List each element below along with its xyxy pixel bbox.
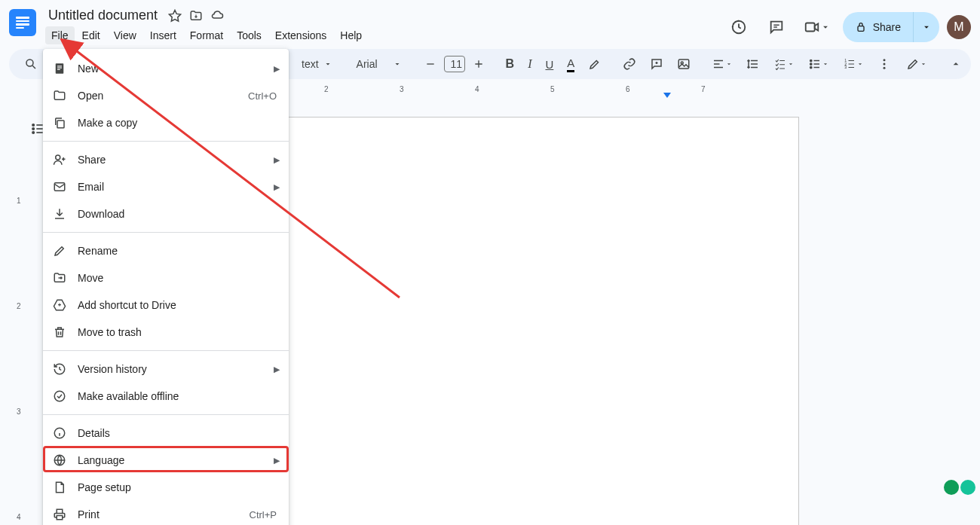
svg-point-25 [54, 391, 65, 401]
hide-menus-button[interactable] [942, 53, 969, 75]
history-icon [52, 362, 67, 377]
last-edit-icon[interactable] [724, 12, 754, 42]
menu-item-label: Version history [78, 363, 263, 375]
align-button[interactable] [706, 53, 739, 75]
highlight-button[interactable] [582, 53, 608, 75]
shortcut-label: Ctrl+O [248, 90, 277, 102]
bulleted-list-button[interactable] [802, 53, 835, 75]
line-spacing-button[interactable] [740, 53, 766, 75]
submenu-arrow-icon: ▶ [274, 365, 280, 374]
menu-item-download[interactable]: Download [43, 200, 289, 227]
meet-button[interactable] [799, 19, 835, 35]
menu-item-label: Print [78, 508, 239, 520]
menu-item-version-history[interactable]: Version history ▶ [43, 356, 289, 383]
svg-point-16 [32, 128, 35, 130]
menu-item-make-available-offline[interactable]: Make available offline [43, 383, 289, 410]
menu-item-open[interactable]: Open Ctrl+O [43, 82, 289, 109]
menu-item-label: Page setup [78, 481, 280, 493]
font-selector[interactable]: Arial [349, 53, 409, 75]
underline-button[interactable]: U [539, 53, 559, 75]
person-add-icon [52, 152, 67, 167]
menu-format[interactable]: Format [184, 26, 229, 44]
file-dropdown-menu: New ▶ Open Ctrl+O Make a copy Share ▶ Em… [43, 49, 289, 525]
menu-item-label: Download [78, 208, 280, 220]
menu-item-language[interactable]: Language ▶ [43, 447, 289, 474]
print-icon [52, 507, 67, 522]
document-title[interactable]: Untitled document [45, 6, 161, 25]
menu-insert[interactable]: Insert [144, 26, 182, 44]
svg-point-7 [810, 63, 812, 65]
menu-item-label: Move [78, 272, 280, 284]
svg-point-23 [56, 155, 60, 160]
tab-marker[interactable] [663, 93, 671, 98]
share-button-main[interactable]: Share [843, 12, 914, 42]
star-icon[interactable] [168, 9, 182, 23]
menu-item-rename[interactable]: Rename [43, 237, 289, 264]
bold-button[interactable]: B [500, 53, 521, 75]
menu-item-label: Details [78, 427, 280, 439]
add-comment-button[interactable] [644, 53, 669, 75]
styles-label: text [302, 58, 319, 70]
svg-point-12 [884, 59, 886, 61]
menu-tools[interactable]: Tools [231, 26, 268, 44]
styles-selector[interactable]: text [294, 53, 340, 75]
folder-icon [52, 88, 67, 103]
checklist-button[interactable] [767, 53, 801, 75]
drive-add-icon [52, 298, 67, 313]
menu-extensions[interactable]: Extensions [269, 26, 332, 44]
svg-rect-4 [679, 60, 690, 69]
menu-item-move[interactable]: Move [43, 264, 289, 291]
menu-item-move-to-trash[interactable]: Move to trash [43, 319, 289, 346]
account-avatar[interactable]: M [947, 15, 971, 39]
menu-item-label: New [78, 63, 263, 75]
cloud-status-icon[interactable] [210, 9, 224, 23]
menu-item-page-setup[interactable]: Page setup [43, 474, 289, 501]
increase-font-size[interactable] [467, 53, 491, 75]
ext-icon-2[interactable] [960, 480, 975, 495]
menu-divider [43, 350, 289, 351]
menu-file[interactable]: File [45, 26, 75, 44]
share-button: Share [843, 12, 939, 42]
menu-item-add-shortcut-to-drive[interactable]: Add shortcut to Drive [43, 291, 289, 319]
doc-icon [52, 61, 67, 76]
insert-link-button[interactable] [617, 53, 642, 75]
decrease-font-size[interactable] [418, 53, 443, 75]
menu-item-label: Make available offline [78, 390, 280, 402]
menu-edit[interactable]: Edit [76, 26, 106, 44]
svg-text:3: 3 [845, 65, 847, 69]
numbered-list-button[interactable]: 123 [837, 53, 870, 75]
download-icon [52, 206, 67, 221]
italic-button[interactable]: I [522, 53, 537, 75]
more-toolbar-button[interactable] [871, 53, 897, 75]
menu-item-share[interactable]: Share ▶ [43, 146, 289, 173]
svg-point-6 [810, 60, 812, 61]
page-icon [52, 480, 67, 495]
menu-view[interactable]: View [108, 26, 142, 44]
menu-divider [43, 141, 289, 142]
menubar: File Edit View Insert Format Tools Exten… [45, 26, 718, 44]
text-color-button[interactable]: A [561, 52, 580, 77]
menu-item-make-a-copy[interactable]: Make a copy [43, 109, 289, 136]
svg-point-8 [810, 66, 812, 68]
comments-icon[interactable] [761, 12, 792, 42]
menu-item-details[interactable]: Details [43, 420, 289, 447]
svg-rect-1 [805, 23, 814, 32]
insert-image-button[interactable] [671, 53, 697, 75]
vertical-ruler: 1 2 3 4 [0, 99, 30, 525]
docs-logo[interactable] [9, 9, 36, 36]
menu-help[interactable]: Help [334, 26, 368, 44]
menu-item-print[interactable]: Print Ctrl+P [43, 501, 289, 525]
share-dropdown[interactable] [914, 22, 939, 32]
menu-item-email[interactable]: Email ▶ [43, 173, 289, 200]
font-size-input[interactable]: 11 [444, 56, 465, 72]
menu-item-new[interactable]: New ▶ [43, 55, 289, 82]
search-menus-button[interactable] [18, 53, 44, 75]
ext-icon-1[interactable] [944, 480, 959, 495]
menu-item-label: Open [78, 90, 237, 102]
move-folder-icon[interactable] [189, 9, 203, 23]
menu-divider [43, 414, 289, 415]
editing-mode-button[interactable] [900, 53, 933, 75]
svg-rect-2 [858, 26, 864, 32]
svg-rect-21 [57, 69, 60, 70]
menu-item-label: Move to trash [78, 326, 280, 338]
